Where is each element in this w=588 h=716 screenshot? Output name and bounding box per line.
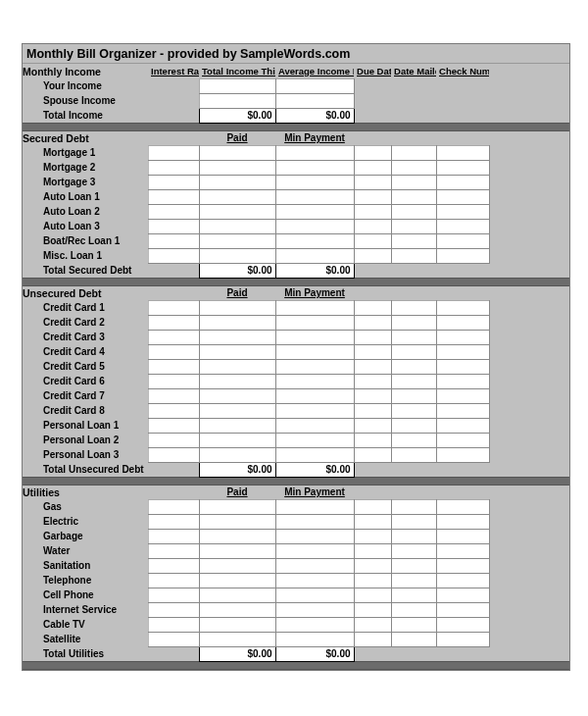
- input-cell[interactable]: [275, 315, 354, 330]
- input-cell[interactable]: [436, 433, 489, 447]
- input-cell[interactable]: [275, 145, 354, 160]
- input-cell[interactable]: [436, 418, 489, 433]
- input-cell[interactable]: [199, 588, 275, 602]
- input-cell[interactable]: [354, 543, 391, 558]
- input-cell[interactable]: [199, 418, 275, 433]
- input-cell[interactable]: [275, 388, 354, 403]
- input-cell[interactable]: [199, 374, 275, 388]
- input-cell[interactable]: [436, 219, 489, 233]
- input-cell[interactable]: [275, 558, 354, 573]
- input-cell[interactable]: [199, 573, 275, 588]
- input-cell[interactable]: [354, 529, 391, 543]
- input-cell[interactable]: [275, 588, 354, 602]
- input-cell[interactable]: [148, 418, 199, 433]
- input-cell[interactable]: [354, 573, 391, 588]
- input-cell[interactable]: [354, 145, 391, 160]
- input-cell[interactable]: [354, 315, 391, 330]
- input-cell[interactable]: [275, 514, 354, 529]
- input-cell[interactable]: [436, 315, 489, 330]
- input-cell[interactable]: [199, 93, 275, 108]
- input-cell[interactable]: [275, 573, 354, 588]
- input-cell[interactable]: [391, 300, 436, 315]
- input-cell[interactable]: [391, 233, 436, 248]
- input-cell[interactable]: [436, 499, 489, 514]
- input-cell[interactable]: [199, 447, 275, 462]
- input-cell[interactable]: [148, 558, 199, 573]
- input-cell[interactable]: [436, 359, 489, 374]
- input-cell[interactable]: [391, 145, 436, 160]
- input-cell[interactable]: [148, 219, 199, 233]
- input-cell[interactable]: [436, 573, 489, 588]
- input-cell[interactable]: [354, 388, 391, 403]
- input-cell[interactable]: [436, 403, 489, 418]
- input-cell[interactable]: [391, 219, 436, 233]
- input-cell[interactable]: [199, 160, 275, 175]
- input-cell[interactable]: [275, 344, 354, 359]
- input-cell[interactable]: [199, 388, 275, 403]
- input-cell[interactable]: [148, 374, 199, 388]
- input-cell[interactable]: [275, 433, 354, 447]
- input-cell[interactable]: [354, 499, 391, 514]
- input-cell[interactable]: [275, 93, 354, 108]
- input-cell[interactable]: [199, 632, 275, 646]
- input-cell[interactable]: [354, 617, 391, 632]
- input-cell[interactable]: [391, 204, 436, 219]
- input-cell[interactable]: [391, 403, 436, 418]
- input-cell[interactable]: [436, 558, 489, 573]
- input-cell[interactable]: [436, 543, 489, 558]
- input-cell[interactable]: [199, 233, 275, 248]
- input-cell[interactable]: [436, 145, 489, 160]
- input-cell[interactable]: [275, 529, 354, 543]
- input-cell[interactable]: [354, 359, 391, 374]
- input-cell[interactable]: [354, 602, 391, 617]
- input-cell[interactable]: [391, 374, 436, 388]
- input-cell[interactable]: [354, 233, 391, 248]
- input-cell[interactable]: [199, 403, 275, 418]
- input-cell[interactable]: [275, 499, 354, 514]
- input-cell[interactable]: [275, 78, 354, 93]
- input-cell[interactable]: [391, 514, 436, 529]
- input-cell[interactable]: [391, 315, 436, 330]
- input-cell[interactable]: [199, 248, 275, 263]
- input-cell[interactable]: [148, 588, 199, 602]
- input-cell[interactable]: [148, 543, 199, 558]
- input-cell[interactable]: [354, 558, 391, 573]
- input-cell[interactable]: [275, 219, 354, 233]
- input-cell[interactable]: [391, 175, 436, 189]
- input-cell[interactable]: [199, 543, 275, 558]
- input-cell[interactable]: [354, 300, 391, 315]
- input-cell[interactable]: [148, 529, 199, 543]
- input-cell[interactable]: [436, 374, 489, 388]
- input-cell[interactable]: [148, 573, 199, 588]
- input-cell[interactable]: [148, 359, 199, 374]
- input-cell[interactable]: [354, 219, 391, 233]
- input-cell[interactable]: [148, 499, 199, 514]
- input-cell[interactable]: [354, 344, 391, 359]
- input-cell[interactable]: [148, 315, 199, 330]
- input-cell[interactable]: [391, 433, 436, 447]
- input-cell[interactable]: [436, 388, 489, 403]
- input-cell[interactable]: [436, 632, 489, 646]
- input-cell[interactable]: [391, 160, 436, 175]
- input-cell[interactable]: [199, 78, 275, 93]
- input-cell[interactable]: [436, 617, 489, 632]
- input-cell[interactable]: [275, 300, 354, 315]
- input-cell[interactable]: [148, 175, 199, 189]
- input-cell[interactable]: [199, 344, 275, 359]
- input-cell[interactable]: [391, 558, 436, 573]
- input-cell[interactable]: [354, 514, 391, 529]
- input-cell[interactable]: [148, 447, 199, 462]
- input-cell[interactable]: [354, 433, 391, 447]
- input-cell[interactable]: [391, 344, 436, 359]
- input-cell[interactable]: [199, 529, 275, 543]
- input-cell[interactable]: [436, 344, 489, 359]
- input-cell[interactable]: [148, 248, 199, 263]
- input-cell[interactable]: [148, 189, 199, 204]
- input-cell[interactable]: [148, 344, 199, 359]
- input-cell[interactable]: [275, 248, 354, 263]
- input-cell[interactable]: [199, 499, 275, 514]
- input-cell[interactable]: [391, 588, 436, 602]
- input-cell[interactable]: [391, 189, 436, 204]
- input-cell[interactable]: [391, 632, 436, 646]
- input-cell[interactable]: [148, 300, 199, 315]
